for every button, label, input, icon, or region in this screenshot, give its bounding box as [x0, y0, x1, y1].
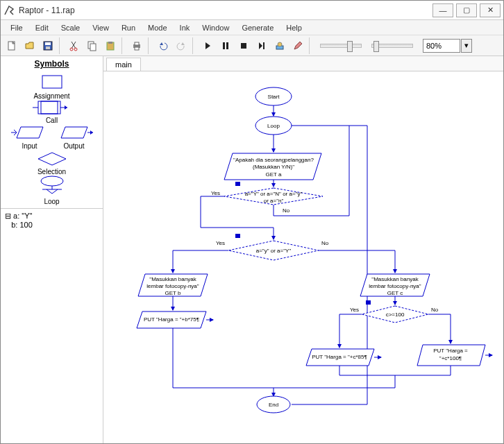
menu-generate[interactable]: Generate — [236, 22, 279, 33]
open-icon[interactable] — [22, 37, 38, 54]
input-label: Input — [11, 142, 49, 150]
window-title: Raptor - 11.rap — [19, 6, 430, 15]
svg-text:Yes: Yes — [350, 307, 359, 313]
selection-label: Selection — [3, 168, 100, 176]
maximize-button[interactable]: ▢ — [456, 3, 477, 17]
svg-rect-43 — [235, 234, 240, 238]
svg-text:End: End — [269, 402, 278, 408]
menu-help[interactable]: Help — [280, 22, 308, 33]
var-a: ⊟ a: "Y" — [5, 212, 100, 221]
flowchart-svg: Start Loop "Apakah dia seorangpelanggan?… — [103, 71, 499, 444]
output-symbol[interactable] — [56, 124, 93, 141]
menubar: File Edit Scale View Run Mode Ink Window… — [1, 20, 503, 35]
svg-text:c>=100: c>=100 — [386, 311, 405, 318]
svg-point-18 — [278, 42, 282, 46]
svg-text:lembar fotocopy-nya": lembar fotocopy-nya" — [146, 283, 199, 289]
selection-symbol[interactable] — [37, 151, 67, 166]
svg-text:PUT "Harga =: PUT "Harga = — [433, 348, 468, 354]
svg-text:lembar fotocopy-nya": lembar fotocopy-nya" — [369, 283, 421, 289]
flowchart-canvas[interactable]: Start Loop "Apakah dia seorangpelanggan?… — [103, 71, 503, 444]
save-icon[interactable] — [40, 37, 56, 54]
svg-text:GET a: GET a — [266, 171, 283, 178]
tab-bar: main — [103, 56, 503, 71]
var-b: b: 100 — [5, 221, 100, 229]
step-icon[interactable] — [253, 37, 270, 54]
close-button[interactable]: ✕ — [480, 3, 501, 17]
svg-text:No: No — [321, 240, 329, 246]
app-icon — [3, 5, 15, 16]
speed-slider-2[interactable] — [371, 44, 413, 48]
svg-text:"Masukkan banyak: "Masukkan banyak — [371, 276, 419, 282]
svg-text:GET b: GET b — [165, 290, 182, 296]
svg-rect-2 — [45, 42, 51, 45]
menu-window[interactable]: Window — [196, 22, 235, 33]
svg-rect-15 — [241, 43, 246, 49]
symbols-palette: Symbols Assignment Call Input Output Sel… — [1, 56, 103, 209]
svg-text:or a="n": or a="n" — [264, 198, 284, 204]
pause-icon[interactable] — [217, 37, 234, 54]
redo-icon[interactable] — [173, 37, 190, 54]
svg-rect-12 — [135, 47, 139, 50]
menu-scale[interactable]: Scale — [56, 22, 86, 33]
svg-text:PUT "Harga = "+b*75¶: PUT "Harga = "+b*75¶ — [144, 316, 199, 323]
new-icon[interactable] — [3, 37, 20, 54]
speed-slider-1[interactable] — [320, 44, 362, 48]
svg-text:No: No — [283, 207, 290, 214]
paste-icon[interactable] — [102, 37, 119, 54]
menu-file[interactable]: File — [5, 22, 28, 33]
svg-text:Yes: Yes — [211, 190, 220, 196]
zoom-input[interactable]: 80% — [423, 39, 460, 53]
call-symbol[interactable] — [33, 100, 72, 115]
svg-text:Loop: Loop — [267, 123, 280, 129]
svg-text:a="Y" or a="N" or a="y": a="Y" or a="N" or a="y" — [245, 191, 303, 197]
copy-icon[interactable] — [84, 37, 101, 54]
svg-rect-11 — [135, 42, 139, 45]
svg-rect-19 — [42, 76, 62, 88]
svg-text:(Masukkan Y/N)": (Masukkan Y/N)" — [253, 164, 294, 170]
symbols-title: Symbols — [3, 59, 100, 69]
svg-text:PUT "Harga = "+c*85¶: PUT "Harga = "+c*85¶ — [312, 354, 367, 360]
undo-icon[interactable] — [155, 37, 171, 54]
menu-ink[interactable]: Ink — [174, 22, 196, 33]
svg-rect-13 — [223, 42, 225, 49]
svg-rect-7 — [90, 44, 96, 51]
svg-rect-57 — [366, 300, 371, 305]
tab-main[interactable]: main — [106, 58, 141, 71]
menu-edit[interactable]: Edit — [30, 22, 54, 33]
breakpoint-toggle-icon[interactable] — [271, 37, 288, 54]
play-icon[interactable] — [199, 37, 216, 54]
zoom-dropdown-icon[interactable]: ▾ — [461, 39, 472, 53]
output-label: Output — [56, 142, 93, 150]
menu-mode[interactable]: Mode — [142, 22, 173, 33]
svg-rect-37 — [235, 182, 240, 186]
loop-symbol[interactable] — [35, 176, 69, 196]
svg-text:"Masukkan banyak: "Masukkan banyak — [149, 276, 196, 282]
print-icon[interactable] — [128, 37, 145, 54]
svg-text:a="y" or a="Y": a="y" or a="Y" — [256, 248, 292, 254]
svg-text:"+c*100¶: "+c*100¶ — [439, 355, 462, 361]
variables-pane[interactable]: ⊟ a: "Y" b: 100 — [1, 209, 103, 444]
svg-rect-9 — [108, 42, 112, 44]
input-symbol[interactable] — [11, 124, 49, 141]
svg-text:"Apakah dia seorangpelanggan?: "Apakah dia seorangpelanggan? — [233, 157, 314, 163]
svg-text:GET c: GET c — [387, 290, 403, 296]
menu-view[interactable]: View — [87, 22, 115, 33]
loop-label: Loop — [3, 198, 100, 205]
menu-run[interactable]: Run — [116, 22, 141, 33]
stop-icon[interactable] — [235, 37, 252, 54]
toolbar: 80% ▾ — [1, 35, 503, 56]
cut-icon[interactable] — [66, 37, 83, 54]
svg-rect-14 — [226, 42, 228, 49]
svg-point-26 — [41, 176, 63, 186]
left-panel: Symbols Assignment Call Input Output Sel… — [1, 56, 103, 444]
minimize-button[interactable]: — — [432, 3, 453, 17]
svg-rect-16 — [263, 42, 264, 49]
assignment-symbol[interactable] — [38, 73, 66, 91]
pen-icon[interactable] — [289, 37, 306, 54]
assignment-label: Assignment — [3, 92, 100, 100]
call-label: Call — [3, 117, 100, 124]
svg-text:Yes: Yes — [216, 240, 225, 246]
svg-text:No: No — [431, 307, 439, 313]
svg-rect-3 — [46, 46, 50, 49]
svg-rect-21 — [38, 101, 60, 114]
